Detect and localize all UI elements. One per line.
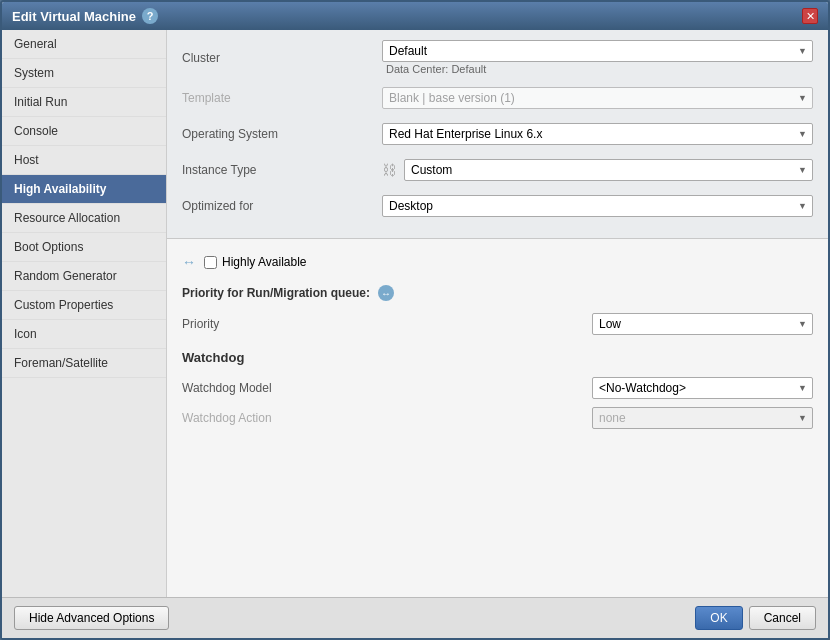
template-label: Template bbox=[182, 91, 382, 105]
os-row: Operating System Red Hat Enterprise Linu… bbox=[182, 120, 813, 148]
help-icon[interactable]: ? bbox=[142, 8, 158, 24]
ha-section: ↔ Highly Available bbox=[182, 254, 813, 270]
cluster-subtext: Data Center: Default bbox=[382, 62, 813, 76]
sidebar-item-high-availability[interactable]: High Availability bbox=[2, 175, 166, 204]
instance-type-label: Instance Type bbox=[182, 163, 382, 177]
instance-type-select[interactable]: Custom bbox=[404, 159, 813, 181]
cluster-label: Cluster bbox=[182, 51, 382, 65]
os-control-area: Red Hat Enterprise Linux 6.x bbox=[382, 123, 813, 145]
watchdog-action-label: Watchdog Action bbox=[182, 411, 592, 425]
template-row: Template Blank | base version (1) bbox=[182, 84, 813, 112]
watchdog-section: Watchdog Watchdog Model <No-Watchdog> Wa… bbox=[182, 350, 813, 429]
edit-vm-dialog: Edit Virtual Machine ? ✕ GeneralSystemIn… bbox=[0, 0, 830, 640]
sidebar-item-foreman-satellite[interactable]: Foreman/Satellite bbox=[2, 349, 166, 378]
scrollable-content: ↔ Highly Available Priority for Run/Migr… bbox=[167, 239, 828, 597]
optimized-for-control-area: Desktop bbox=[382, 195, 813, 217]
instance-type-row: Instance Type ⛓ Custom bbox=[182, 156, 813, 184]
watchdog-title: Watchdog bbox=[182, 350, 813, 365]
dialog-title: Edit Virtual Machine bbox=[12, 9, 136, 24]
optimized-for-select[interactable]: Desktop bbox=[382, 195, 813, 217]
priority-select[interactable]: Low Medium High bbox=[592, 313, 813, 335]
cluster-wrapper: Default Data Center: Default bbox=[382, 40, 813, 76]
sidebar-item-initial-run[interactable]: Initial Run bbox=[2, 88, 166, 117]
optimized-for-row: Optimized for Desktop bbox=[182, 192, 813, 220]
sidebar-item-system[interactable]: System bbox=[2, 59, 166, 88]
optimized-for-label: Optimized for bbox=[182, 199, 382, 213]
chain-icon: ⛓ bbox=[382, 162, 396, 178]
watchdog-model-control: <No-Watchdog> bbox=[592, 377, 813, 399]
priority-heading-text: Priority for Run/Migration queue: bbox=[182, 286, 370, 300]
hide-advanced-button[interactable]: Hide Advanced Options bbox=[14, 606, 169, 630]
template-dropdown-wrapper: Blank | base version (1) bbox=[382, 87, 813, 109]
watchdog-model-label: Watchdog Model bbox=[182, 381, 592, 395]
sidebar-item-host[interactable]: Host bbox=[2, 146, 166, 175]
cluster-row: Cluster Default Data Center: Default bbox=[182, 40, 813, 76]
watchdog-action-select[interactable]: none bbox=[592, 407, 813, 429]
title-bar-left: Edit Virtual Machine ? bbox=[12, 8, 158, 24]
ok-button[interactable]: OK bbox=[695, 606, 742, 630]
footer-left: Hide Advanced Options bbox=[14, 606, 169, 630]
footer-bar: Hide Advanced Options OK Cancel bbox=[2, 597, 828, 638]
sidebar-item-custom-properties[interactable]: Custom Properties bbox=[2, 291, 166, 320]
highly-available-label: Highly Available bbox=[222, 255, 307, 269]
sidebar: GeneralSystemInitial RunConsoleHostHigh … bbox=[2, 30, 167, 597]
priority-label: Priority bbox=[182, 317, 592, 331]
watchdog-action-row: Watchdog Action none bbox=[182, 407, 813, 429]
main-content: Cluster Default Data Center: Default bbox=[167, 30, 828, 597]
mini-arrows-icon: ↔ bbox=[182, 254, 196, 270]
priority-heading: Priority for Run/Migration queue: ↔ bbox=[182, 285, 813, 301]
top-form-section: Cluster Default Data Center: Default bbox=[167, 30, 828, 239]
optimized-for-dropdown-wrapper: Desktop bbox=[382, 195, 813, 217]
os-label: Operating System bbox=[182, 127, 382, 141]
os-dropdown-wrapper: Red Hat Enterprise Linux 6.x bbox=[382, 123, 813, 145]
template-control-area: Blank | base version (1) bbox=[382, 87, 813, 109]
sidebar-item-general[interactable]: General bbox=[2, 30, 166, 59]
sidebar-item-boot-options[interactable]: Boot Options bbox=[2, 233, 166, 262]
instance-type-dropdown-wrapper: Custom bbox=[404, 159, 813, 181]
os-select[interactable]: Red Hat Enterprise Linux 6.x bbox=[382, 123, 813, 145]
sidebar-item-random-generator[interactable]: Random Generator bbox=[2, 262, 166, 291]
sidebar-item-resource-allocation[interactable]: Resource Allocation bbox=[2, 204, 166, 233]
close-button[interactable]: ✕ bbox=[802, 8, 818, 24]
cancel-button[interactable]: Cancel bbox=[749, 606, 816, 630]
instance-type-control-area: ⛓ Custom bbox=[382, 159, 813, 181]
cluster-control-area: Default Data Center: Default bbox=[382, 40, 813, 76]
cluster-dropdown-wrapper: Default bbox=[382, 40, 813, 62]
cluster-select[interactable]: Default bbox=[382, 40, 813, 62]
sidebar-item-console[interactable]: Console bbox=[2, 117, 166, 146]
title-bar: Edit Virtual Machine ? ✕ bbox=[2, 2, 828, 30]
watchdog-model-select[interactable]: <No-Watchdog> bbox=[592, 377, 813, 399]
highly-available-checkbox[interactable] bbox=[204, 256, 217, 269]
priority-row: Priority Low Medium High bbox=[182, 313, 813, 335]
sidebar-item-icon[interactable]: Icon bbox=[2, 320, 166, 349]
watchdog-action-control: none bbox=[592, 407, 813, 429]
content-area: GeneralSystemInitial RunConsoleHostHigh … bbox=[2, 30, 828, 597]
highly-available-wrapper: Highly Available bbox=[204, 255, 307, 269]
watchdog-model-row: Watchdog Model <No-Watchdog> bbox=[182, 377, 813, 399]
priority-info-icon[interactable]: ↔ bbox=[378, 285, 394, 301]
footer-right: OK Cancel bbox=[695, 606, 816, 630]
priority-control: Low Medium High bbox=[592, 313, 813, 335]
template-select[interactable]: Blank | base version (1) bbox=[382, 87, 813, 109]
